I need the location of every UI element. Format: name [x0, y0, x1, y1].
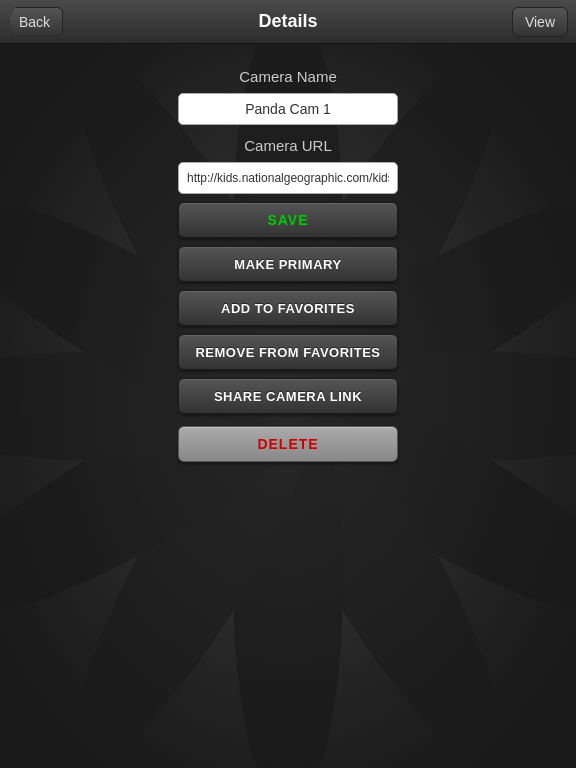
nav-bar: Back Details View — [0, 0, 576, 44]
content-area: Camera Name Camera URL SAVE MAKE PRIMARY… — [0, 44, 576, 482]
camera-url-label: Camera URL — [244, 137, 332, 154]
save-button[interactable]: SAVE — [178, 202, 398, 238]
add-favorites-button[interactable]: ADD TO FAVORITES — [178, 290, 398, 326]
remove-favorites-button[interactable]: REMOVE FROM FAVORITES — [178, 334, 398, 370]
camera-url-input[interactable] — [178, 162, 398, 194]
make-primary-button[interactable]: MAKE PRIMARY — [178, 246, 398, 282]
share-link-button[interactable]: SHARE CAMERA LINK — [178, 378, 398, 414]
camera-name-input[interactable] — [178, 93, 398, 125]
page-title: Details — [258, 11, 317, 32]
delete-button[interactable]: DELETE — [178, 426, 398, 462]
view-button[interactable]: View — [512, 7, 568, 37]
camera-name-label: Camera Name — [239, 68, 337, 85]
back-button[interactable]: Back — [8, 7, 63, 37]
